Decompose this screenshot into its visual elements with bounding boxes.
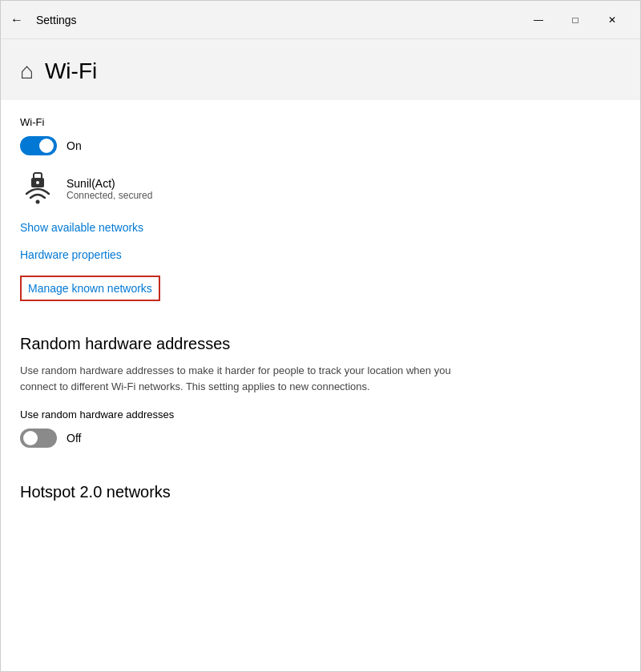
wifi-toggle-label: On: [67, 139, 82, 152]
random-hardware-toggle[interactable]: [20, 429, 57, 448]
page-title: Wi-Fi: [45, 58, 97, 84]
network-name: Sunil(Act): [67, 177, 152, 190]
manage-known-networks-link[interactable]: Manage known networks: [20, 276, 160, 301]
wifi-toggle[interactable]: [20, 136, 57, 155]
wifi-toggle-row: On: [20, 136, 621, 155]
window-controls: — □ ✕: [520, 7, 631, 33]
random-hardware-heading: Random hardware addresses: [20, 335, 621, 353]
maximize-button[interactable]: □: [557, 7, 594, 33]
page-header: ⌂ Wi-Fi: [1, 39, 640, 100]
minimize-button[interactable]: —: [520, 7, 557, 33]
svg-point-2: [36, 181, 39, 184]
connected-network-row: Sunil(Act) Connected, secured: [20, 171, 621, 207]
wifi-section-label: Wi-Fi: [20, 116, 621, 128]
toggle-thumb-off: [23, 431, 38, 445]
toggle-thumb: [39, 139, 54, 153]
content-area: Wi-Fi On Sunil(Act) Connected, secured: [1, 100, 640, 672]
random-hardware-toggle-label: Use random hardware addresses: [20, 408, 621, 421]
close-button[interactable]: ✕: [594, 7, 631, 33]
wifi-signal-icon: [20, 171, 55, 207]
title-bar: ← Settings — □ ✕: [1, 1, 640, 39]
back-button[interactable]: ←: [10, 13, 23, 27]
random-hardware-toggle-off-label: Off: [67, 432, 81, 445]
show-available-networks-link[interactable]: Show available networks: [20, 221, 621, 234]
random-hardware-toggle-row: Off: [20, 429, 621, 448]
title-bar-title: Settings: [36, 14, 520, 26]
random-hardware-description: Use random hardware addresses to make it…: [20, 363, 485, 394]
hardware-properties-link[interactable]: Hardware properties: [20, 248, 621, 261]
svg-point-3: [36, 200, 40, 204]
hotspot-heading: Hotspot 2.0 networks: [20, 483, 621, 501]
network-info: Sunil(Act) Connected, secured: [67, 177, 152, 201]
wifi-page-icon: ⌂: [20, 58, 34, 84]
network-status: Connected, secured: [67, 190, 152, 201]
